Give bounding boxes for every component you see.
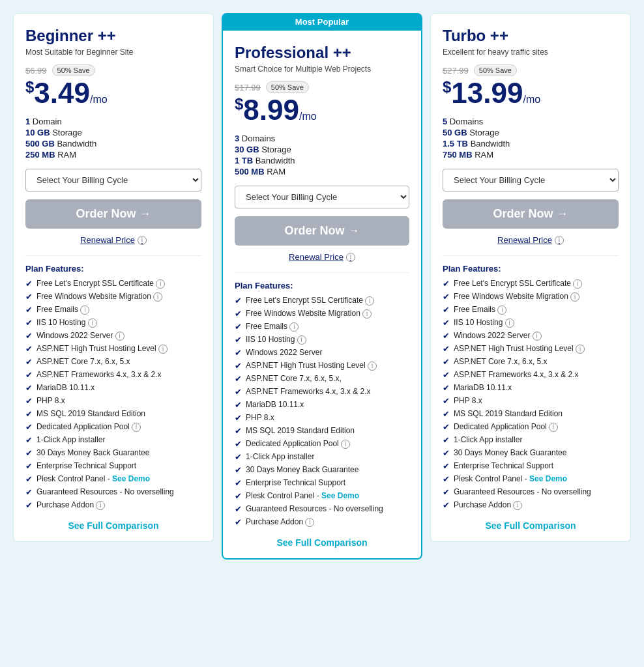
feature-info-icon[interactable]: i bbox=[96, 501, 105, 510]
checkmark-icon: ✔ bbox=[235, 413, 242, 423]
feature-item: ✔Windows 2022 Server bbox=[235, 348, 409, 358]
feature-item: ✔ASP.NET Frameworks 4.x, 3.x & 2.x bbox=[25, 370, 201, 380]
spec-item: 500 GB Bandwidth bbox=[25, 139, 201, 149]
checkmark-icon: ✔ bbox=[443, 500, 450, 510]
checkmark-icon: ✔ bbox=[443, 331, 450, 341]
feature-info-icon[interactable]: i bbox=[362, 309, 372, 319]
feature-text: IIS 10 Hosting i bbox=[246, 335, 306, 345]
feature-item: ✔PHP 8.x bbox=[25, 396, 201, 406]
renewal-price-label: Renewal Price bbox=[80, 235, 135, 245]
feature-info-icon[interactable]: i bbox=[497, 305, 506, 315]
save-badge: 50% Save bbox=[266, 81, 309, 93]
feature-info-icon[interactable]: i bbox=[115, 332, 124, 341]
order-now-button-professional[interactable]: Order Now → bbox=[235, 216, 409, 246]
feature-info-icon[interactable]: i bbox=[341, 440, 350, 449]
feature-text: Free Windows Website Migration i bbox=[454, 292, 579, 302]
feature-item: ✔Free Windows Website Migration i bbox=[235, 309, 409, 319]
feature-item: ✔ASP.NET High Trust Hosting Level i bbox=[443, 344, 619, 354]
feature-text: Guaranteed Resources - No overselling bbox=[37, 487, 174, 496]
feature-info-icon[interactable]: i bbox=[297, 335, 306, 345]
feature-info-icon[interactable]: i bbox=[576, 345, 585, 354]
current-price: $8.99/mo bbox=[235, 96, 409, 124]
feature-info-icon[interactable]: i bbox=[513, 501, 522, 510]
feature-item: ✔ASP.NET High Trust Hosting Level i bbox=[235, 361, 409, 371]
see-demo-link[interactable]: See Demo bbox=[321, 491, 359, 500]
feature-info-icon[interactable]: i bbox=[158, 345, 168, 354]
see-comparison-link-beginner[interactable]: See Full Comparison bbox=[25, 520, 201, 531]
feature-info-icon[interactable]: i bbox=[305, 518, 314, 527]
feature-item: ✔MariaDB 10.11.x bbox=[443, 383, 619, 393]
spec-item: 1 Domain bbox=[25, 117, 201, 126]
feature-text: ASP.NET Frameworks 4.x, 3.x & 2.x bbox=[246, 387, 371, 396]
checkmark-icon: ✔ bbox=[25, 370, 33, 380]
renewal-info-icon[interactable]: i bbox=[555, 236, 564, 245]
feature-text: 30 Days Money Back Guarantee bbox=[37, 448, 149, 457]
feature-item: ✔MS SQL 2019 Standard Edition bbox=[235, 426, 409, 436]
feature-item: ✔Free Emails i bbox=[25, 305, 201, 315]
plan-name-beginner: Beginner ++ bbox=[25, 27, 201, 45]
checkmark-icon: ✔ bbox=[25, 500, 33, 510]
checkmark-icon: ✔ bbox=[25, 318, 33, 328]
plan-name-professional: Professional ++ bbox=[235, 44, 409, 62]
feature-text: Purchase Addon i bbox=[454, 500, 522, 510]
order-now-button-beginner[interactable]: Order Now → bbox=[25, 199, 201, 229]
see-demo-link[interactable]: See Demo bbox=[112, 474, 150, 483]
feature-item: ✔Dedicated Application Pool i bbox=[443, 422, 619, 432]
feature-info-icon[interactable]: i bbox=[505, 319, 514, 328]
see-demo-link[interactable]: See Demo bbox=[529, 474, 567, 483]
feature-text: MariaDB 10.11.x bbox=[454, 383, 512, 392]
feature-info-icon[interactable]: i bbox=[570, 292, 579, 302]
feature-item: ✔MariaDB 10.11.x bbox=[235, 400, 409, 410]
renewal-info-icon[interactable]: i bbox=[346, 253, 355, 262]
checkmark-icon: ✔ bbox=[25, 396, 33, 406]
see-comparison-link-turbo[interactable]: See Full Comparison bbox=[443, 520, 619, 531]
feature-text: 1-Click App installer bbox=[37, 435, 105, 444]
feature-info-icon[interactable]: i bbox=[80, 305, 89, 315]
plan-card-beginner: Beginner ++Most Suitable for Beginner Si… bbox=[13, 13, 214, 542]
feature-info-icon[interactable]: i bbox=[132, 423, 141, 432]
feature-info-icon[interactable]: i bbox=[153, 292, 162, 302]
feature-info-icon[interactable]: i bbox=[156, 279, 165, 289]
checkmark-icon: ✔ bbox=[235, 296, 242, 305]
feature-text: Enterprise Technical Support bbox=[246, 478, 345, 487]
feature-item: ✔1-Click App installer bbox=[443, 435, 619, 445]
order-now-button-turbo[interactable]: Order Now → bbox=[443, 199, 619, 229]
feature-info-icon[interactable]: i bbox=[549, 423, 558, 432]
feature-info-icon[interactable]: i bbox=[365, 296, 374, 305]
feature-item: ✔Guaranteed Resources - No overselling bbox=[25, 487, 201, 497]
feature-text: Free Windows Website Migration i bbox=[246, 309, 372, 319]
billing-select-turbo[interactable]: Select Your Billing CycleMonthly3 Months… bbox=[443, 169, 619, 192]
dollar-sign: $ bbox=[443, 78, 451, 96]
feature-item: ✔MS SQL 2019 Standard Edition bbox=[443, 409, 619, 419]
renewal-price: Renewal Price i bbox=[235, 252, 409, 262]
save-badge: 50% Save bbox=[474, 64, 517, 76]
checkmark-icon: ✔ bbox=[25, 487, 33, 497]
feature-info-icon[interactable]: i bbox=[289, 322, 299, 332]
billing-select-beginner[interactable]: Select Your Billing CycleMonthly3 Months… bbox=[25, 169, 201, 192]
feature-text: ASP.NET High Trust Hosting Level i bbox=[246, 361, 377, 371]
feature-text: Dedicated Application Pool i bbox=[454, 422, 558, 432]
see-comparison-link-professional[interactable]: See Full Comparison bbox=[235, 537, 409, 548]
feature-text: ASP.NET Core 7.x, 6.x, 5.x bbox=[37, 357, 130, 366]
feature-text: ASP.NET Core 7.x, 6.x, 5.x, bbox=[246, 374, 342, 383]
plan-specs: 1 Domain10 GB Storage500 GB Bandwidth250… bbox=[25, 117, 201, 160]
checkmark-icon: ✔ bbox=[443, 305, 450, 315]
feature-info-icon[interactable]: i bbox=[533, 332, 542, 341]
feature-item: ✔1-Click App installer bbox=[235, 452, 409, 462]
original-price: $17.99 bbox=[235, 83, 261, 92]
feature-item: ✔ASP.NET Frameworks 4.x, 3.x & 2.x bbox=[235, 387, 409, 397]
billing-select-professional[interactable]: Select Your Billing CycleMonthly3 Months… bbox=[235, 186, 409, 208]
feature-info-icon[interactable]: i bbox=[88, 319, 97, 328]
checkmark-icon: ✔ bbox=[235, 478, 242, 488]
checkmark-icon: ✔ bbox=[235, 517, 242, 527]
feature-info-icon[interactable]: i bbox=[573, 279, 582, 289]
checkmark-icon: ✔ bbox=[235, 322, 242, 332]
feature-info-icon[interactable]: i bbox=[368, 362, 377, 371]
divider bbox=[443, 255, 619, 256]
renewal-price-label: Renewal Price bbox=[497, 235, 552, 245]
feature-item: ✔30 Days Money Back Guarantee bbox=[443, 448, 619, 458]
feature-item: ✔MariaDB 10.11.x bbox=[25, 383, 201, 393]
checkmark-icon: ✔ bbox=[235, 465, 242, 475]
feature-text: Windows 2022 Server i bbox=[454, 331, 542, 341]
renewal-info-icon[interactable]: i bbox=[138, 236, 147, 245]
